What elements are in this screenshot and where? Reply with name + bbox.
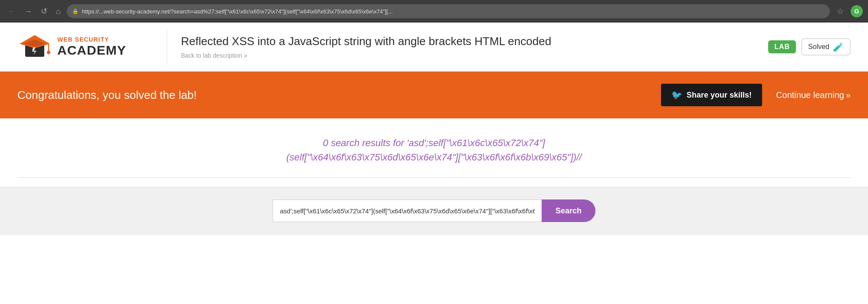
- header-divider: [167, 29, 167, 64]
- lock-icon: 🔒: [72, 8, 79, 14]
- browser-chrome: ← → ↺ ⌂ 🔒 https://...web-security-academ…: [0, 0, 868, 23]
- solved-label: Solved: [808, 43, 829, 51]
- congrats-banner: Congratulations, you solved the lab! 🐦 S…: [0, 72, 868, 118]
- share-skills-button[interactable]: 🐦 Share your skills!: [661, 84, 762, 106]
- bookmark-icon[interactable]: ☆: [837, 7, 844, 16]
- url-text: https://...web-security-academy.net/?sea…: [82, 8, 393, 15]
- results-line2: (self["\x64\x6f\x63\x75\x6d\x65\x6e\x74"…: [17, 150, 851, 164]
- lab-title: Reflected XSS into a JavaScript string w…: [181, 34, 768, 49]
- lab-badge-area: LAB Solved 🧪: [768, 38, 851, 56]
- logo-web-security-label: WEB SECURITY: [57, 36, 126, 43]
- congrats-text: Congratulations, you solved the lab!: [17, 88, 647, 102]
- search-results-area: 0 search results for 'asd';self["\x61\x6…: [0, 118, 868, 186]
- lab-badge: LAB: [768, 40, 796, 53]
- search-results-text: 0 search results for 'asd';self["\x61\x6…: [17, 136, 851, 164]
- logo-icon: [17, 32, 52, 62]
- logo-area: WEB SECURITY ACADEMY: [17, 32, 139, 62]
- search-box-area: Search: [0, 186, 868, 235]
- continue-chevrons: »: [846, 90, 851, 100]
- continue-learning-link[interactable]: Continue learning »: [776, 90, 851, 100]
- back-link-text: Back to lab description: [181, 52, 242, 59]
- site-header: WEB SECURITY ACADEMY Reflected XSS into …: [0, 23, 868, 72]
- solved-badge: Solved 🧪: [801, 38, 851, 56]
- lab-info: Reflected XSS into a JavaScript string w…: [181, 34, 768, 60]
- logo-text: WEB SECURITY ACADEMY: [57, 36, 126, 57]
- results-divider: [17, 177, 851, 178]
- search-input[interactable]: [273, 199, 542, 222]
- back-button[interactable]: ←: [5, 5, 18, 18]
- logo-academy-label: ACADEMY: [57, 43, 126, 57]
- flask-icon: 🧪: [833, 42, 844, 52]
- search-form: Search: [273, 199, 595, 222]
- back-to-lab-link[interactable]: Back to lab description »: [181, 52, 247, 59]
- back-link-chevrons: »: [244, 52, 247, 59]
- avatar: G: [851, 5, 863, 17]
- share-label: Share your skills!: [687, 91, 752, 100]
- home-button[interactable]: ⌂: [53, 5, 63, 18]
- forward-button[interactable]: →: [22, 5, 35, 18]
- search-submit-button[interactable]: Search: [542, 199, 595, 222]
- results-line1: 0 search results for 'asd';self["\x61\x6…: [17, 136, 851, 150]
- twitter-icon: 🐦: [671, 90, 682, 100]
- continue-label: Continue learning: [776, 90, 844, 100]
- address-bar[interactable]: 🔒 https://...web-security-academy.net/?s…: [67, 4, 830, 18]
- svg-point-4: [47, 51, 50, 54]
- reload-button[interactable]: ↺: [38, 5, 50, 18]
